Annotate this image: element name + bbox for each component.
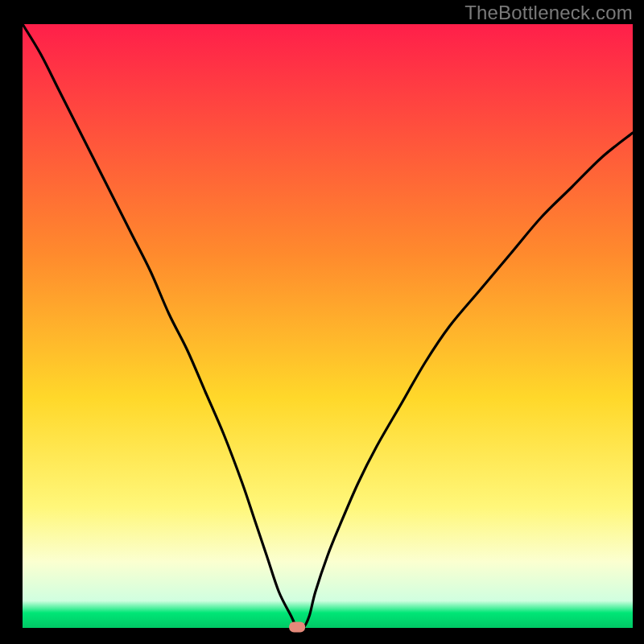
watermark-text: TheBottleneck.com [464, 2, 633, 24]
chart-frame: TheBottleneck.com [0, 0, 644, 644]
bottleneck-chart [0, 0, 644, 644]
optimum-marker [289, 622, 305, 633]
plot-background [23, 24, 633, 628]
